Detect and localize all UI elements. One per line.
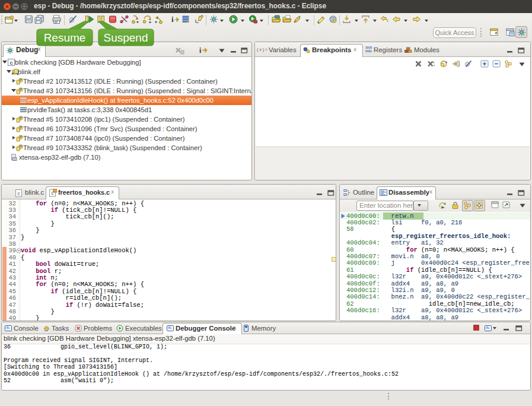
svg-text:P: P	[20, 78, 22, 82]
svg-text:P: P	[20, 135, 22, 139]
svg-text:c: c	[9, 60, 12, 66]
svg-text:P: P	[20, 116, 22, 120]
svg-text:P: P	[20, 126, 22, 129]
svg-text:i: i	[171, 15, 174, 24]
svg-text:Resume: Resume	[44, 31, 86, 44]
svg-text:i: i	[199, 46, 202, 54]
svg-text:P: P	[20, 88, 22, 91]
svg-text:P: P	[20, 145, 22, 148]
svg-text:Suspend: Suspend	[103, 31, 148, 44]
